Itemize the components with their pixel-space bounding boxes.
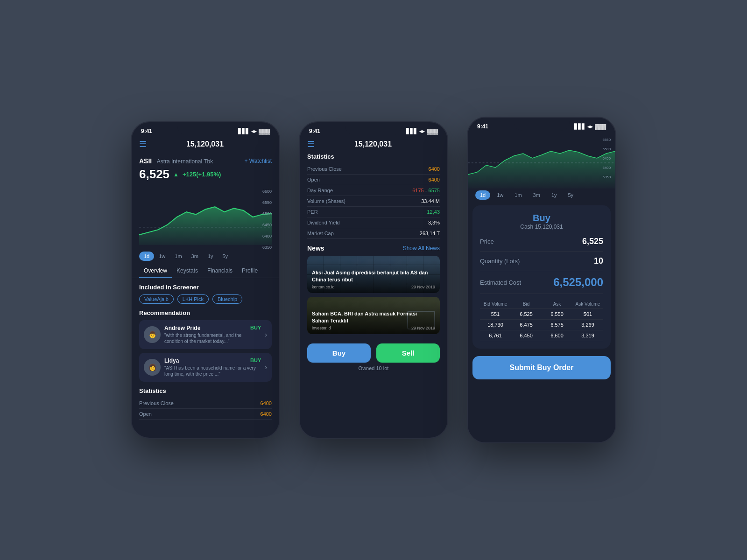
news-headline-2: Saham BCA, BRI dan Astra masuk Formasi S… (312, 310, 435, 324)
stats-row-2-prev: Previous Close 6400 (307, 164, 440, 175)
stats-label-2-dayrange: Day Range (307, 188, 333, 193)
stats-row-2-dayrange: Day Range 6175 - 6575 (307, 185, 440, 196)
submit-buy-button[interactable]: Submit Buy Order (472, 356, 611, 379)
buy-title: Buy (480, 213, 603, 224)
stats-label-2-prev: Previous Close (307, 166, 342, 172)
quantity-value[interactable]: 10 (594, 256, 603, 266)
stats-val-2-mktcap: 263,14 T (420, 231, 440, 236)
stats-row-prev-close: Previous Close 6400 (139, 398, 272, 409)
stock-ticker: ASII (139, 157, 152, 165)
tab-overview[interactable]: Overview (139, 264, 172, 278)
tab3-5y[interactable]: 5y (564, 190, 578, 200)
wifi-icon-2: ◂▸ (419, 128, 425, 134)
stats-section-2: Statistics Previous Close 6400 Open 6400… (300, 153, 447, 239)
stock-info: ASII Astra International Tbk + Watchlist… (132, 153, 279, 185)
price-value[interactable]: 6,525 (582, 237, 603, 246)
watchlist-button[interactable]: + Watchlist (244, 158, 272, 164)
svg-text:6550: 6550 (603, 138, 611, 142)
time-tabs-1: 1d 1w 1m 3m 1y 5y (132, 249, 279, 264)
battery-icon-3: ▓▓▓ (595, 124, 606, 129)
rec-badge-2: BUY (250, 357, 261, 364)
phone-1: 9:41 ▋▋▋ ◂▸ ▓▓▓ ☰ 15,120,031 ASII Astra … (131, 121, 280, 439)
price-change: +125(+1,95%) (183, 171, 221, 178)
tab3-1d[interactable]: 1d (475, 190, 490, 200)
stats-label-open: Open (139, 411, 152, 417)
tab3-1m[interactable]: 1m (510, 190, 526, 200)
tag-value-ajaib[interactable]: ValueAjaib (139, 294, 174, 304)
screener-section: Included in Screener ValueAjaib LKH Pick… (132, 284, 279, 304)
action-buttons: Buy Sell (300, 338, 447, 365)
chevron-right-icon-2: › (265, 364, 267, 371)
tab3-1w[interactable]: 1w (492, 190, 508, 200)
phone-3: 9:41 ▋▋▋ ◂▸ ▓▓▓ 6550 (467, 117, 616, 443)
tab-financials[interactable]: Financials (203, 264, 237, 278)
news-card-2[interactable]: Saham BCA, BRI dan Astra masuk Formasi S… (307, 297, 440, 334)
hamburger-icon[interactable]: ☰ (139, 139, 147, 149)
svg-text:6500: 6500 (603, 147, 611, 151)
notch-2 (345, 122, 402, 135)
ob-row-2: 18,730 6,475 6,575 3,269 (480, 320, 603, 330)
tab3-1y[interactable]: 1y (547, 190, 562, 200)
news-overlay-1: Aksi Jual Asing diprediksi berlanjut bil… (307, 260, 440, 293)
tab-1m[interactable]: 1m (170, 252, 186, 261)
price-chart-3: 6550 6500 6450 6400 6350 (468, 133, 615, 189)
ob-ask-1: 6,550 (542, 311, 572, 317)
col-bid-vol: Bid Volume (480, 301, 511, 307)
time-1: 9:41 (141, 128, 152, 134)
ob-bid-2: 6,475 (511, 322, 542, 328)
news-header: News Show All News (300, 245, 447, 252)
screener-title: Included in Screener (139, 284, 272, 291)
tab-1y[interactable]: 1y (203, 252, 218, 261)
ob-bid-1: 6,525 (511, 311, 542, 317)
quantity-field: Quantity (Lots) 10 (480, 252, 603, 271)
cash-value: 15,120,031 (535, 224, 563, 230)
tab-1d[interactable]: 1d (139, 252, 154, 261)
sell-button[interactable]: Sell (376, 343, 440, 363)
signal-icon-3: ▋▋▋ (574, 124, 585, 130)
recommendation-section: Recommendation 👨 Andrew Pride BUY "with … (132, 309, 279, 382)
signal-icon: ▋▋▋ (238, 128, 249, 134)
svg-text:6450: 6450 (603, 156, 611, 161)
tab3-3m[interactable]: 3m (529, 190, 545, 200)
stats-row-2-vol: Volume (Shares) 33.44 M (307, 196, 440, 207)
buy-panel: Buy Cash 15,120,031 Price 6,525 Quantity… (472, 205, 611, 349)
stats-val-2-div: 3,3% (428, 220, 440, 225)
stats-label-2-per: PER (307, 209, 318, 215)
rec-content-1: Andrew Pride BUY "with the strong fundam… (164, 325, 261, 344)
tab-profile[interactable]: Profile (237, 264, 262, 278)
tab-keystats[interactable]: Keystats (172, 264, 203, 278)
show-all-news-btn[interactable]: Show All News (403, 245, 440, 252)
col-ask-vol: Ask Volume (572, 301, 603, 307)
quantity-label: Quantity (Lots) (480, 258, 520, 265)
stats-val-2-prev: 6400 (429, 166, 440, 172)
chevron-right-icon-1: › (265, 331, 267, 338)
stats-row-2-div: Dividend Yield 3,3% (307, 217, 440, 228)
news-date-2: 29 Nov 2019 (411, 326, 435, 330)
buy-button[interactable]: Buy (307, 343, 371, 363)
price-field: Price 6,525 (480, 232, 603, 252)
cost-field: Estimated Cost 6,525,000 (480, 271, 603, 294)
news-card-1[interactable]: Aksi Jual Asing diprediksi berlanjut bil… (307, 256, 440, 293)
svg-text:6350: 6350 (603, 175, 611, 179)
tag-lkh-pick[interactable]: LKH Pick (177, 294, 209, 304)
stats-row-open: Open 6400 (139, 409, 272, 420)
news-meta-1: kontan.co.id 29 Nov 2019 (312, 285, 435, 289)
header-balance-2: 15,120,031 (354, 140, 392, 148)
rec-text-1: "with the strong fundamental, and the co… (164, 332, 261, 344)
screener-tags: ValueAjaib LKH Pick Bluechip (139, 294, 272, 304)
ob-ask-vol-2: 3,269 (572, 322, 603, 328)
cash-label: Cash (520, 224, 533, 230)
tab-5y[interactable]: 5y (218, 252, 233, 261)
tab-1w[interactable]: 1w (154, 252, 170, 261)
stats-val-2-dayrange: 6175 - 6575 (412, 188, 440, 193)
time-2: 9:41 (309, 128, 320, 134)
tag-bluechip[interactable]: Bluechip (212, 294, 242, 304)
tab-3m[interactable]: 3m (187, 252, 203, 261)
hamburger-icon-2[interactable]: ☰ (307, 139, 315, 149)
rec-card-1[interactable]: 👨 Andrew Pride BUY "with the strong fund… (139, 320, 272, 349)
order-book: Bid Volume Bid Ask Ask Volume 551 6,525 … (480, 300, 603, 341)
stats-row-2-per: PER 12,43 (307, 207, 440, 217)
battery-icon-2: ▓▓▓ (427, 128, 438, 134)
phone-1-header: ☰ 15,120,031 (132, 137, 279, 153)
rec-card-2[interactable]: 👩 Lidya BUY "ASII has been a household n… (139, 353, 272, 382)
